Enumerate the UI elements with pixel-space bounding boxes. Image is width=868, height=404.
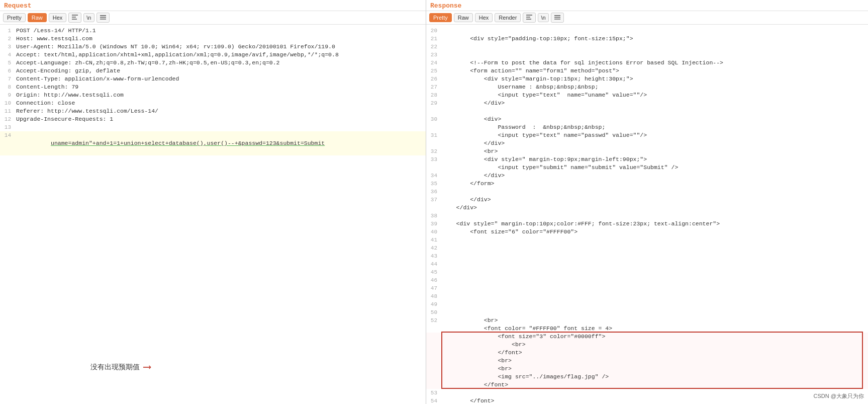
table-row: 21 <div style="padding-top:10px; font-si… [426,35,868,43]
table-row: 38 [426,212,868,220]
svg-rect-1 [100,17,106,18]
highlighted-line: <font size="3" color="#0000ff"> [426,333,868,341]
request-wrap-btn[interactable] [68,13,81,23]
table-row [426,107,868,115]
response-newline-btn[interactable]: \n [538,13,548,22]
response-raw-btn[interactable]: Raw [454,13,473,22]
request-hex-btn[interactable]: Hex [49,13,67,22]
table-row: 46 [426,276,868,284]
response-code-wrapper: 20 21 <div style="padding-top:10px; font… [426,25,868,404]
table-row: 27 Username : &nbsp;&nbsp;&nbsp; [426,83,868,91]
table-row: 42 [426,244,868,252]
response-code-area[interactable]: 20 21 <div style="padding-top:10px; font… [426,25,868,404]
request-newline-btn[interactable]: \n [83,13,94,22]
request-menu-btn[interactable] [97,13,110,23]
table-row: 6 Accept-Encoding: gzip, deflate [0,67,426,75]
table-row: </div> [426,204,868,212]
watermark: CSDN @大象只为你 [814,392,864,400]
table-row: 8 Content-Length: 79 [0,83,426,91]
table-row: 22 [426,43,868,51]
highlighted-line: </font> [426,381,868,389]
response-render-btn[interactable]: Render [495,13,521,22]
table-row: 54 </font> [426,397,868,404]
table-row: 4 Accept: text/html,application/xhtml+xm… [0,51,426,59]
table-row: 5 Accept-Language: zh-CN,zh;q=0.8,zh-TW;… [0,59,426,67]
table-row: </div> [426,139,868,147]
annotation-area: 没有出现预期值 ⟶ [90,360,150,374]
table-row: 12 Upgrade-Insecure-Requests: 1 [0,115,426,123]
table-row: 31 <input type="text" name="passwd" valu… [426,131,868,139]
table-row: 32 <br> [426,147,868,155]
table-row: <input type="submit" name="submit" value… [426,164,868,172]
table-row: 48 [426,292,868,300]
annotation-text: 没有出现预期值 [90,363,140,372]
request-code-area[interactable]: 1 POST /Less-14/ HTTP/1.1 2 Host: www.te… [0,25,426,404]
table-row: 52 <br> [426,316,868,325]
response-title: Response [426,0,868,11]
table-row: <font color= "#FFFF00" font size = 4> [426,325,868,333]
table-row: 35 </form> [426,180,868,188]
table-row: 7 Content-Type: application/x-www-form-u… [0,75,426,83]
table-row: 1 POST /Less-14/ HTTP/1.1 [0,27,426,35]
request-toolbar: Pretty Raw Hex \n [0,11,426,25]
table-row: 47 [426,284,868,292]
table-row: 37 </div> [426,196,868,204]
request-pretty-btn[interactable]: Pretty [3,13,26,22]
table-row: Password : &nbsp;&nbsp;&nbsp; [426,123,868,131]
table-row: 25 <form action="" name="form1" method="… [426,67,868,75]
table-row: 30 <div> [426,115,868,123]
svg-rect-2 [100,19,106,20]
table-row: 23 [426,51,868,59]
table-row: 11 Referer: http://www.testsqli.com/Less… [0,107,426,115]
table-row: 50 [426,308,868,316]
injection-line: 14 uname=admin"+and+1=1+union+select+dat… [0,131,426,155]
table-row: 24 <!--Form to post the data for sql inj… [426,59,868,67]
main-container: Request Pretty Raw Hex \n 1 POST /Less-1… [0,0,868,404]
highlighted-line: <br> [426,341,868,349]
table-row: 43 [426,252,868,260]
highlighted-line: </font> [426,349,868,357]
response-panel: Response Pretty Raw Hex Render \n 20 [426,0,868,404]
table-row: 41 [426,236,868,244]
response-hex-btn[interactable]: Hex [475,13,493,22]
table-row: 3 User-Agent: Mozilla/5.0 (Windows NT 10… [0,43,426,51]
response-toolbar: Pretty Raw Hex Render \n [426,11,868,25]
svg-rect-3 [554,15,560,16]
response-wrap-btn[interactable] [523,13,536,23]
table-row: 26 <div style="margin-top:15px; height:3… [426,75,868,83]
table-row: 36 [426,188,868,196]
svg-rect-0 [100,15,106,16]
request-raw-btn[interactable]: Raw [28,13,47,22]
table-row: 29 </div> [426,99,868,107]
table-row: 49 [426,300,868,308]
table-row: 34 </div> [426,172,868,180]
table-row: 44 [426,260,868,268]
response-menu-btn[interactable] [551,13,564,23]
highlighted-line: <img src="../images/flag.jpg" /> [426,373,868,381]
table-row: 2 Host: www.testsqli.com [0,35,426,43]
table-row: 45 [426,268,868,276]
table-row: 40 <font size="6" color="#FFFF00"> [426,228,868,236]
svg-rect-4 [554,17,560,18]
table-row: 33 <div style=" margin-top:9px;margin-le… [426,155,868,164]
request-title: Request [0,0,426,11]
highlighted-line: <br> [426,357,868,365]
table-row: 39 <div style=" margin-top:10px;color:#F… [426,220,868,228]
table-row: 53 [426,389,868,397]
table-row: 10 Connection: close [0,99,426,107]
request-panel: Request Pretty Raw Hex \n 1 POST /Less-1… [0,0,426,404]
table-row: 13 [0,123,426,131]
svg-rect-5 [554,19,560,20]
table-row: 20 [426,27,868,35]
table-row: 28 <input type="text" name="uname" value… [426,91,868,99]
highlighted-line: <br> [426,365,868,373]
response-pretty-btn[interactable]: Pretty [429,13,452,22]
arrow-icon: ⟶ [144,360,150,374]
table-row: 9 Origin: http://www.testsqli.com [0,91,426,99]
